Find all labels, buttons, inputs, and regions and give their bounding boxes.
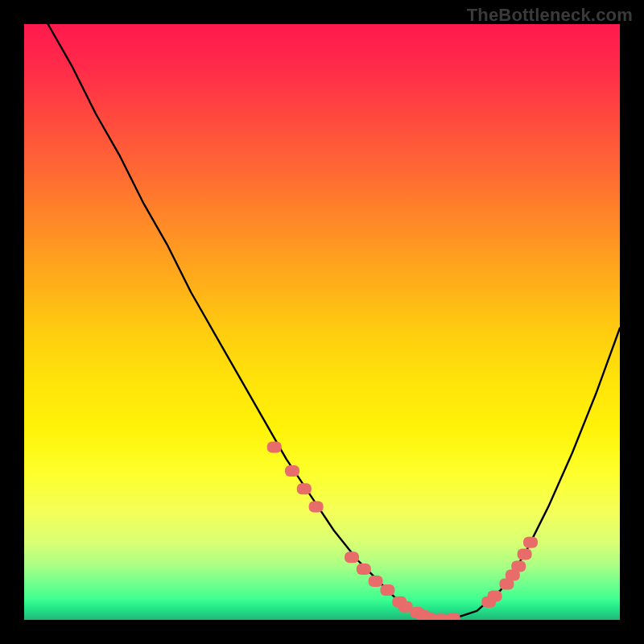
marker-point xyxy=(309,501,324,512)
chart-frame: TheBottleneck.com xyxy=(0,0,644,644)
plot-area xyxy=(24,24,620,620)
marker-point xyxy=(297,483,312,494)
marker-point xyxy=(511,560,526,572)
curve-path xyxy=(48,24,620,620)
marker-point xyxy=(369,576,383,587)
marker-point xyxy=(523,537,538,548)
highlighted-points-group xyxy=(267,441,538,620)
marker-point xyxy=(357,564,371,575)
watermark-text: TheBottleneck.com xyxy=(467,5,633,26)
marker-point xyxy=(380,584,394,596)
bottleneck-curve-line xyxy=(48,24,620,620)
chart-svg xyxy=(24,24,620,620)
marker-point xyxy=(345,551,359,563)
marker-point xyxy=(518,549,532,560)
marker-point xyxy=(267,441,282,452)
marker-point xyxy=(488,590,502,601)
marker-point xyxy=(446,613,460,620)
marker-point xyxy=(285,465,299,477)
